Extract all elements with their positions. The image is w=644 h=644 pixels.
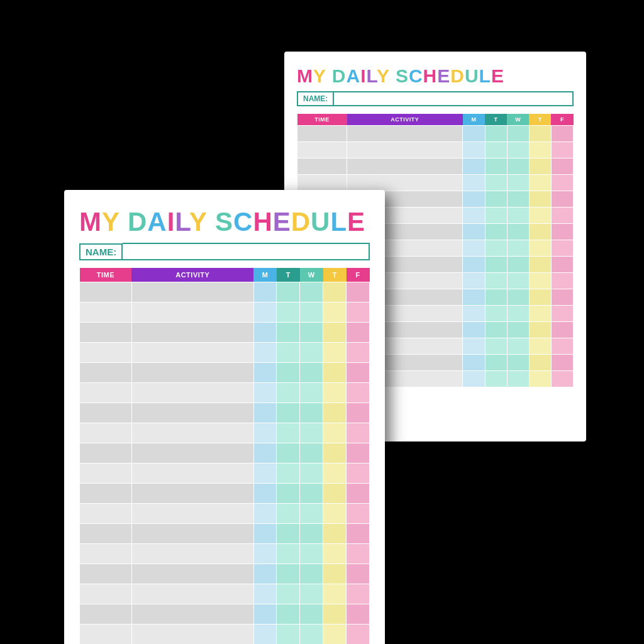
td-time bbox=[297, 158, 347, 175]
td-t2 bbox=[323, 524, 347, 544]
td-w bbox=[300, 564, 323, 584]
front-card-title: MY DAILY SCHEDULE bbox=[79, 208, 370, 236]
td-w bbox=[300, 423, 323, 443]
back-name-input[interactable] bbox=[334, 91, 574, 106]
td-m bbox=[463, 289, 485, 306]
td-m bbox=[253, 484, 277, 504]
td-t2 bbox=[323, 303, 347, 323]
td-m bbox=[253, 383, 277, 403]
td-w bbox=[300, 303, 323, 323]
td-m bbox=[253, 504, 277, 524]
td-f bbox=[347, 403, 370, 423]
td-t2 bbox=[529, 355, 551, 371]
td-w bbox=[507, 126, 529, 142]
table-row bbox=[80, 363, 370, 383]
td-f bbox=[551, 191, 573, 208]
table-row bbox=[80, 504, 370, 524]
td-t2 bbox=[323, 604, 347, 625]
td-activity bbox=[131, 604, 253, 625]
td-w bbox=[507, 322, 529, 338]
td-t2 bbox=[323, 423, 347, 443]
td-t2 bbox=[529, 126, 551, 142]
td-w bbox=[507, 257, 529, 273]
td-w bbox=[507, 289, 529, 306]
td-time bbox=[80, 383, 132, 403]
td-t2 bbox=[323, 323, 347, 343]
td-f bbox=[347, 564, 370, 584]
td-f bbox=[347, 343, 370, 363]
td-f bbox=[347, 584, 370, 604]
front-schedule-table: TIME ACTIVITY M T W T F bbox=[79, 268, 370, 644]
td-t2 bbox=[529, 191, 551, 208]
table-row bbox=[80, 464, 370, 484]
td-t1 bbox=[277, 343, 300, 363]
front-card: MY DAILY SCHEDULE NAME: TIME ACTIVITY M … bbox=[64, 190, 385, 644]
td-w bbox=[507, 240, 529, 257]
td-f bbox=[347, 484, 370, 504]
td-t1 bbox=[277, 484, 300, 504]
td-m bbox=[463, 338, 485, 355]
front-th-time: TIME bbox=[80, 268, 132, 282]
td-t1 bbox=[277, 363, 300, 383]
td-t1 bbox=[485, 191, 507, 208]
td-t2 bbox=[529, 273, 551, 289]
front-th-w: W bbox=[300, 268, 323, 282]
td-t1 bbox=[485, 338, 507, 355]
td-m bbox=[253, 423, 277, 443]
td-w bbox=[300, 484, 323, 504]
td-w bbox=[507, 142, 529, 158]
table-row bbox=[80, 323, 370, 343]
td-t2 bbox=[323, 383, 347, 403]
td-f bbox=[551, 208, 573, 224]
td-time bbox=[297, 142, 347, 158]
td-t2 bbox=[323, 484, 347, 504]
td-t1 bbox=[485, 224, 507, 240]
td-t2 bbox=[529, 289, 551, 306]
td-t2 bbox=[529, 306, 551, 322]
td-m bbox=[253, 564, 277, 584]
front-name-row: NAME: bbox=[79, 243, 370, 260]
td-w bbox=[300, 464, 323, 484]
td-f bbox=[347, 323, 370, 343]
table-row bbox=[80, 282, 370, 303]
td-t1 bbox=[277, 303, 300, 323]
td-w bbox=[507, 371, 529, 387]
td-f bbox=[347, 423, 370, 443]
td-m bbox=[463, 224, 485, 240]
td-w bbox=[507, 306, 529, 322]
td-w bbox=[300, 383, 323, 403]
td-t1 bbox=[485, 289, 507, 306]
td-time bbox=[80, 584, 132, 604]
td-f bbox=[347, 303, 370, 323]
table-row bbox=[80, 403, 370, 423]
td-t2 bbox=[323, 504, 347, 524]
td-m bbox=[253, 282, 277, 303]
td-t1 bbox=[277, 464, 300, 484]
td-activity bbox=[347, 142, 463, 158]
td-t1 bbox=[277, 524, 300, 544]
td-t1 bbox=[277, 443, 300, 464]
back-th-t2: T bbox=[529, 114, 551, 126]
td-t1 bbox=[485, 158, 507, 175]
front-name-input[interactable] bbox=[123, 243, 370, 260]
back-card-title: MY DAILY SCHEDULE bbox=[297, 65, 574, 86]
back-name-row: NAME: bbox=[297, 91, 574, 106]
td-m bbox=[253, 343, 277, 363]
td-m bbox=[253, 464, 277, 484]
td-w bbox=[507, 191, 529, 208]
table-row bbox=[80, 584, 370, 604]
td-t1 bbox=[277, 282, 300, 303]
td-w bbox=[300, 625, 323, 644]
td-w bbox=[300, 443, 323, 464]
td-w bbox=[507, 224, 529, 240]
td-w bbox=[300, 504, 323, 524]
td-time bbox=[80, 524, 132, 544]
td-f bbox=[551, 371, 573, 387]
td-f bbox=[551, 224, 573, 240]
td-w bbox=[300, 323, 323, 343]
td-f bbox=[347, 383, 370, 403]
td-m bbox=[463, 126, 485, 142]
td-w bbox=[507, 273, 529, 289]
table-row bbox=[297, 126, 574, 142]
td-t2 bbox=[529, 175, 551, 191]
